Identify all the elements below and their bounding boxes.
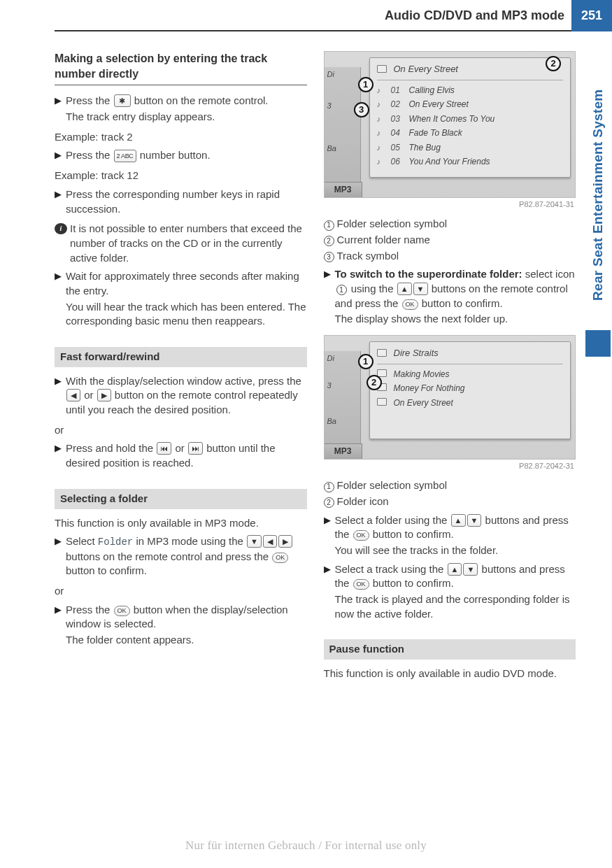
star-button-icon: ✱ bbox=[114, 94, 131, 107]
down-arrow-button-icon: ▼ bbox=[467, 514, 482, 527]
down-arrow-button-icon: ▼ bbox=[463, 563, 478, 576]
callout-2: 2 bbox=[367, 375, 382, 390]
track-row: 01Calling Elvis bbox=[377, 83, 564, 98]
text: Wait for approximately three seconds aft… bbox=[66, 269, 307, 298]
folder-icon bbox=[377, 62, 390, 77]
note-icon bbox=[377, 142, 387, 154]
step-arrow-icon: ▶ bbox=[55, 94, 66, 108]
section-title-fast-forward: Fast forward/rewind bbox=[55, 347, 307, 367]
text: using the bbox=[351, 283, 397, 294]
step: ▶ Select a track using the ▲▼ buttons an… bbox=[324, 562, 576, 591]
figure-left-strip: Di 3 Ba bbox=[325, 351, 361, 443]
right-column: Di 3 Ba On Every Street 01Calling Elvis0… bbox=[324, 51, 579, 684]
text: button to confirm. bbox=[373, 577, 454, 589]
note-icon bbox=[377, 156, 387, 168]
text: It is not possible to enter numbers that… bbox=[70, 222, 307, 265]
step-arrow-icon: ▶ bbox=[55, 187, 66, 216]
text: Track symbol bbox=[337, 249, 576, 264]
step: ▶ Press the corresponding number keys in… bbox=[55, 187, 307, 216]
text: in MP3 mode using the bbox=[136, 535, 246, 547]
text: button on the remote control. bbox=[134, 94, 269, 106]
up-arrow-button-icon: ▲ bbox=[448, 563, 462, 576]
example-label: Example: track 12 bbox=[55, 169, 307, 183]
ref-2-icon: 2 bbox=[324, 497, 334, 508]
text: Folder icon bbox=[337, 495, 576, 509]
ref-1-icon: 1 bbox=[324, 220, 334, 231]
up-arrow-button-icon: ▲ bbox=[451, 514, 466, 527]
right-arrow-button-icon: ▶ bbox=[278, 535, 292, 548]
text: The display shows the next folder up. bbox=[335, 312, 576, 327]
step-arrow-icon: ▶ bbox=[324, 513, 335, 542]
folder-icon bbox=[377, 346, 390, 361]
step: ▶ Select Folder in MP3 mode using the ▼◀… bbox=[55, 534, 307, 578]
info-note: i It is not possible to enter numbers th… bbox=[55, 222, 307, 265]
step-arrow-icon: ▶ bbox=[55, 148, 66, 163]
text: The track entry display appears. bbox=[66, 110, 307, 124]
note-icon bbox=[377, 85, 387, 97]
text: or bbox=[175, 442, 187, 454]
text: The folder content appears. bbox=[66, 633, 307, 648]
text: 3 bbox=[325, 378, 360, 393]
figure-legend-2: 1Folder selection symbol 2Folder icon bbox=[324, 478, 576, 508]
number-2-button-icon: 2 ABC bbox=[114, 150, 136, 162]
page-header: Audio CD/DVD and MP3 mode 251 bbox=[0, 0, 612, 31]
section-title-pause: Pause function bbox=[324, 639, 576, 660]
text: Press and hold the bbox=[66, 442, 156, 454]
example-label: Example: track 2 bbox=[55, 130, 307, 145]
right-arrow-button-icon: ▶ bbox=[97, 389, 111, 401]
ref-1-icon: 1 bbox=[324, 482, 334, 492]
callout-3: 3 bbox=[354, 102, 369, 118]
text: Folder selection symbol bbox=[337, 478, 576, 493]
ok-button-icon: OK bbox=[114, 606, 130, 616]
step-arrow-icon: ▶ bbox=[55, 603, 66, 632]
or-label: or bbox=[55, 584, 307, 599]
step: ▶ Select a folder using the ▲▼ buttons a… bbox=[324, 513, 576, 542]
step-arrow-icon: ▶ bbox=[55, 374, 66, 418]
step-arrow-icon: ▶ bbox=[324, 267, 335, 311]
ok-button-icon: OK bbox=[402, 299, 418, 310]
callout-2: 2 bbox=[546, 56, 561, 71]
step: ▶ Press the ✱ button on the remote contr… bbox=[55, 94, 307, 108]
text: Ba bbox=[325, 141, 360, 156]
text: Ba bbox=[325, 414, 360, 429]
up-arrow-button-icon: ▲ bbox=[397, 283, 412, 295]
skip-forward-button-icon: ⏭ bbox=[188, 442, 203, 455]
text: buttons on the remote control and press … bbox=[66, 550, 271, 562]
text: This function is only available in MP3 m… bbox=[55, 516, 307, 531]
track-row: 05The Bug bbox=[377, 141, 564, 155]
text: You will see the tracks in the folder. bbox=[335, 543, 576, 558]
text: Press the bbox=[66, 149, 113, 161]
step: ▶ To switch to the superordinate folder:… bbox=[324, 267, 576, 311]
ref-1-icon: 1 bbox=[336, 285, 347, 295]
track-row: 04Fade To Black bbox=[377, 126, 564, 141]
text: Press the bbox=[66, 604, 113, 616]
text: Select bbox=[66, 535, 98, 547]
text: Select a track using the bbox=[335, 563, 447, 575]
step-arrow-icon: ▶ bbox=[55, 441, 66, 470]
text: button to confirm. bbox=[422, 297, 503, 309]
text: Press the bbox=[66, 94, 113, 106]
section-title-selecting-folder: Selecting a folder bbox=[55, 489, 307, 509]
section-title-direct-entry: Making a selection by entering the track… bbox=[55, 51, 307, 85]
header-title: Audio CD/DVD and MP3 mode bbox=[55, 0, 571, 31]
track-row: 02On Every Street bbox=[377, 97, 564, 112]
folder-icon bbox=[377, 397, 390, 409]
ok-button-icon: OK bbox=[353, 530, 369, 541]
left-column: Making a selection by entering the track… bbox=[55, 51, 310, 684]
figure-caption: P82.87-2042-31 bbox=[324, 461, 576, 471]
skip-back-button-icon: ⏮ bbox=[157, 442, 171, 455]
text: This function is only available in audio… bbox=[324, 667, 576, 681]
figure-title: Dire Straits bbox=[394, 347, 439, 360]
ref-2-icon: 2 bbox=[324, 236, 334, 246]
track-row: 03When It Comes To You bbox=[377, 112, 564, 127]
or-label: or bbox=[55, 423, 307, 438]
text: Current folder name bbox=[337, 233, 576, 248]
step: ▶ Press and hold the ⏮ or ⏭ button until… bbox=[55, 441, 307, 470]
text: You will hear the track which has been e… bbox=[66, 300, 307, 329]
mp3-tag: MP3 bbox=[325, 182, 362, 197]
left-arrow-button-icon: ◀ bbox=[263, 535, 277, 548]
folder-row: Money For Nothing bbox=[377, 381, 564, 396]
text: Press the corresponding number keys in r… bbox=[66, 187, 307, 216]
figure-legend-1: 1Folder selection symbol 2Current folder… bbox=[324, 217, 576, 263]
callout-1: 1 bbox=[358, 77, 373, 92]
